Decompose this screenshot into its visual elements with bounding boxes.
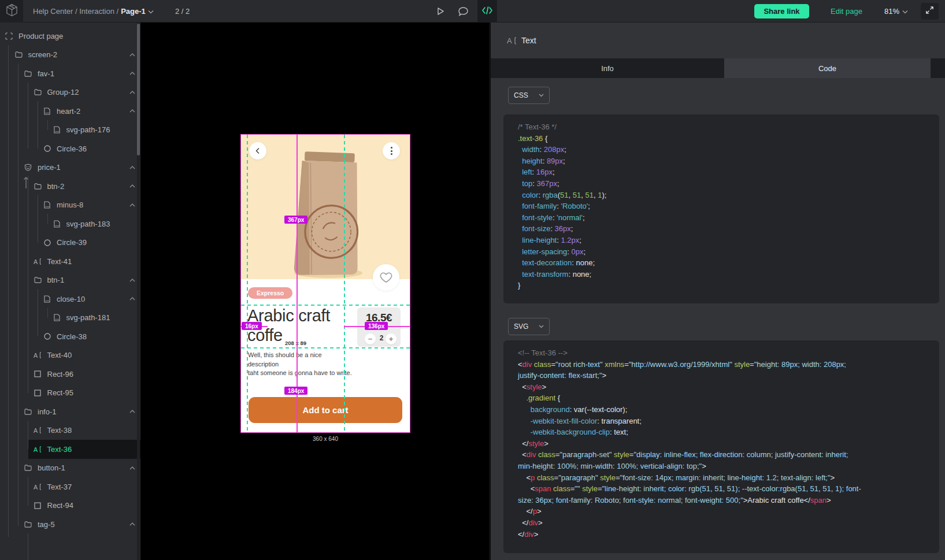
folder-icon	[34, 89, 42, 95]
tabs-spacer	[931, 58, 945, 78]
favorite-button[interactable]	[373, 264, 399, 291]
fullscreen-button[interactable]	[921, 3, 939, 20]
css-code-block[interactable]: /* Text-36 */.text-36 { width: 208px; he…	[503, 114, 939, 303]
comments-button[interactable]	[456, 0, 470, 23]
layer-item-product page[interactable]: Product page	[0, 27, 140, 46]
code-line: </p>	[518, 506, 933, 517]
folder-icon	[34, 277, 42, 283]
chevron-up-icon[interactable]	[129, 184, 135, 188]
share-link-button[interactable]: Share link	[754, 4, 809, 18]
svg-format-dropdown[interactable]: SVG	[508, 318, 550, 335]
layer-item-text-37[interactable]: AText-37	[0, 477, 140, 496]
layer-item-minus-8[interactable]: minus-8	[0, 196, 140, 215]
folder-icon	[24, 521, 32, 528]
layer-item-price-1[interactable]: price-1	[0, 158, 140, 177]
chevron-up-icon[interactable]	[129, 522, 135, 526]
layer-label: Text-41	[47, 257, 72, 266]
more-options-button[interactable]	[383, 142, 400, 160]
layer-tree: Product pagescreen-2fav-1Group-12heart-2…	[0, 27, 140, 534]
sidebar-scrollbar-thumb[interactable]	[137, 24, 140, 155]
chevron-up-icon[interactable]	[129, 91, 135, 94]
layer-label: button-1	[38, 463, 65, 472]
layer-item-svg-path-183[interactable]: svg-path-183	[0, 214, 140, 233]
tab-code[interactable]: Code	[724, 58, 931, 78]
app-logo[interactable]	[0, 0, 23, 23]
layer-item-text-40[interactable]: AText-40	[0, 346, 140, 365]
text-icon: A	[34, 351, 42, 359]
layer-item-close-10[interactable]: close-10	[0, 290, 140, 309]
layer-item-group-12[interactable]: Group-12	[0, 83, 140, 102]
layer-item-circle-36[interactable]: Circle-36	[0, 139, 140, 158]
layer-item-svg-path-181[interactable]: svg-path-181	[0, 309, 140, 328]
layer-item-text-38[interactable]: AText-38	[0, 421, 140, 440]
chevron-up-icon[interactable]	[129, 53, 135, 57]
layer-item-btn-1[interactable]: btn-1	[0, 271, 140, 290]
layer-item-button-1[interactable]: button-1	[0, 459, 140, 478]
layer-item-rect-96[interactable]: Rect-96	[0, 365, 140, 384]
layer-item-circle-39[interactable]: Circle-39	[0, 233, 140, 253]
expand-icon	[925, 6, 934, 17]
layer-item-text-41[interactable]: AText-41	[0, 252, 140, 271]
layer-item-info-1[interactable]: info-1	[0, 402, 140, 421]
code-line: height: 89px;	[518, 155, 933, 167]
measure-badge-left: 16px	[242, 322, 262, 330]
svg-text:A: A	[34, 483, 38, 490]
quantity-plus-button[interactable]: +	[386, 333, 396, 344]
guide-dashed-left	[247, 135, 248, 432]
code-line: <div class="paragraph-set" style="displa…	[518, 449, 933, 461]
layer-label: Rect-96	[47, 370, 74, 379]
svgfile-icon	[53, 314, 61, 321]
frame-icon	[5, 32, 13, 40]
code-line: width: 208px;	[518, 144, 933, 155]
svg-code-block[interactable]: <!-- Text-36 --><div class="root rich-te…	[503, 340, 939, 553]
code-line: -webkit-text-fill-color: transparent;	[518, 416, 933, 427]
svgfile-icon	[53, 220, 61, 228]
svg-text:A: A	[34, 352, 38, 359]
chevron-up-icon[interactable]	[129, 466, 135, 470]
layer-label: screen-2	[28, 50, 58, 59]
zoom-level-dropdown[interactable]: 81%	[884, 0, 908, 23]
rect-icon	[34, 370, 42, 377]
chevron-down-icon	[902, 10, 908, 14]
edit-page-link[interactable]: Edit page	[831, 0, 862, 23]
layer-item-circle-38[interactable]: Circle-38	[0, 327, 140, 346]
canvas[interactable]: Expresso Arabic craftcoffe 208 x 89 16.5…	[140, 23, 489, 560]
tab-info[interactable]: Info	[491, 58, 724, 78]
quantity-minus-button[interactable]: −	[365, 333, 376, 344]
layer-label: Circle-38	[57, 332, 87, 341]
category-tag[interactable]: Expresso	[248, 287, 292, 299]
chevron-up-icon[interactable]	[129, 166, 135, 169]
layer-label: svg-path-183	[66, 220, 110, 228]
code-line: letter-spacing: 0px;	[518, 246, 933, 258]
chevron-up-icon[interactable]	[129, 203, 135, 207]
layer-item-screen-2[interactable]: screen-2	[0, 46, 140, 65]
code-line: line-height: 1.2px;	[518, 235, 933, 246]
layer-item-fav-1[interactable]: fav-1	[0, 64, 140, 83]
code-panel-toggle[interactable]	[477, 0, 497, 23]
code-line: </style>	[518, 438, 933, 450]
chevron-up-icon[interactable]	[129, 109, 135, 113]
screen-dimensions-label: 360 x 640	[241, 436, 410, 442]
play-button[interactable]	[433, 0, 447, 23]
chevron-up-icon[interactable]	[129, 72, 135, 75]
back-button[interactable]	[249, 142, 266, 160]
chevron-up-icon[interactable]	[129, 279, 135, 282]
layer-label: svg-path-181	[66, 313, 110, 322]
css-format-dropdown[interactable]: CSS	[508, 87, 550, 104]
product-page-mockup[interactable]: Expresso Arabic craftcoffe 208 x 89 16.5…	[241, 135, 410, 432]
layer-item-rect-95[interactable]: Rect-95	[0, 384, 140, 403]
layer-item-btn-2[interactable]: btn-2	[0, 177, 140, 196]
add-to-cart-button[interactable]: Add to cart	[249, 397, 402, 423]
layer-item-heart-2[interactable]: heart-2	[0, 102, 140, 121]
breadcrumb[interactable]: Help Center / Interaction / Page-1	[33, 0, 154, 23]
chevron-down-icon	[539, 325, 544, 328]
layer-item-svg-path-176[interactable]: svg-path-176	[0, 121, 140, 140]
chevron-up-icon[interactable]	[129, 410, 135, 413]
circle-icon	[43, 239, 51, 246]
code-line: font-family: 'Roboto';	[518, 201, 933, 212]
layer-item-rect-94[interactable]: Rect-94	[0, 496, 140, 516]
layer-item-text-36[interactable]: AText-36	[0, 440, 140, 459]
chevron-up-icon[interactable]	[129, 297, 135, 301]
guide-dashed-right	[344, 135, 345, 432]
layer-item-tag-5[interactable]: tag-5	[0, 515, 140, 534]
